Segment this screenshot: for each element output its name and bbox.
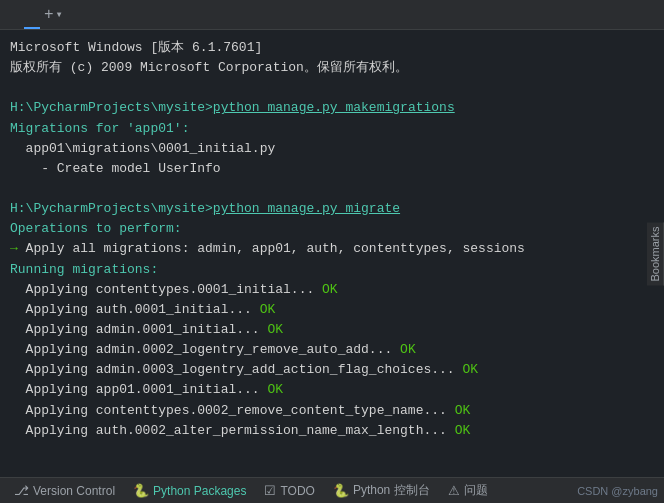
version-control-button[interactable]: ⎇ Version Control bbox=[6, 478, 123, 503]
terminal-line: Applying app01.0001_initial... OK bbox=[10, 380, 654, 400]
terminal-line: - Create model UserInfo bbox=[10, 159, 654, 179]
terminal-line bbox=[10, 78, 654, 98]
terminal-line: Microsoft Windows [版本 6.1.7601] bbox=[10, 38, 654, 58]
todo-button[interactable]: ☑ TODO bbox=[256, 478, 322, 503]
terminal-line: Applying admin.0002_logentry_remove_auto… bbox=[10, 340, 654, 360]
terminal-line: → Apply all migrations: admin, app01, au… bbox=[10, 239, 654, 259]
tab-chevron-icon[interactable]: ▾ bbox=[56, 7, 63, 22]
side-labels: Bookmarks bbox=[647, 222, 664, 285]
python-packages-icon: 🐍 bbox=[133, 483, 149, 498]
csdn-watermark: CSDN @zybang bbox=[577, 485, 658, 497]
terminal-line: Applying auth.0002_alter_permission_name… bbox=[10, 421, 654, 441]
problems-button[interactable]: ⚠ 问题 bbox=[440, 478, 496, 503]
version-control-icon: ⎇ bbox=[14, 483, 29, 498]
terminal-line bbox=[10, 179, 654, 199]
bookmarks-label: Bookmarks bbox=[647, 222, 664, 285]
tab-add-button[interactable]: + bbox=[44, 6, 54, 24]
version-control-label: Version Control bbox=[33, 484, 115, 498]
terminal-line: Migrations for 'app01': bbox=[10, 119, 654, 139]
terminal-line: Applying admin.0003_logentry_add_action_… bbox=[10, 360, 654, 380]
python-packages-button[interactable]: 🐍 Python Packages bbox=[125, 478, 254, 503]
tab-bar: + ▾ bbox=[0, 0, 664, 30]
python-packages-label: Python Packages bbox=[153, 484, 246, 498]
terminal-line: Applying contenttypes.0001_initial... OK bbox=[10, 280, 654, 300]
bottom-bar: ⎇ Version Control 🐍 Python Packages ☑ TO… bbox=[0, 477, 664, 503]
todo-icon: ☑ bbox=[264, 483, 276, 498]
python-console-button[interactable]: 🐍 Python 控制台 bbox=[325, 478, 438, 503]
terminal-line: 版权所有 (c) 2009 Microsoft Corporation。保留所有… bbox=[10, 58, 654, 78]
problems-label: 问题 bbox=[464, 482, 488, 499]
tab-terminal[interactable] bbox=[8, 0, 24, 29]
terminal-area: Microsoft Windows [版本 6.1.7601]版权所有 (c) … bbox=[0, 30, 664, 477]
python-console-label: Python 控制台 bbox=[353, 482, 430, 499]
python-console-icon: 🐍 bbox=[333, 483, 349, 498]
tab-local[interactable] bbox=[24, 0, 40, 29]
terminal-line: H:\PycharmProjects\mysite>python manage.… bbox=[10, 98, 654, 118]
terminal-line: Applying contenttypes.0002_remove_conten… bbox=[10, 401, 654, 421]
terminal-line: Running migrations: bbox=[10, 260, 654, 280]
terminal-line: Applying auth.0001_initial... OK bbox=[10, 300, 654, 320]
problems-icon: ⚠ bbox=[448, 483, 460, 498]
terminal-line: H:\PycharmProjects\mysite>python manage.… bbox=[10, 199, 654, 219]
terminal-line: Operations to perform: bbox=[10, 219, 654, 239]
todo-label: TODO bbox=[280, 484, 314, 498]
terminal-line: Applying admin.0001_initial... OK bbox=[10, 320, 654, 340]
terminal-line: app01\migrations\0001_initial.py bbox=[10, 139, 654, 159]
